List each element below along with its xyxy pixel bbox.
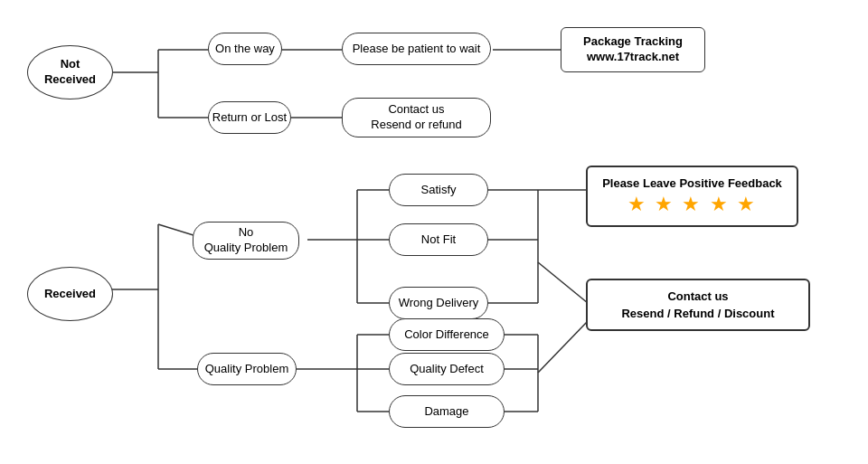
positive-feedback-label: Please Leave Positive Feedback — [602, 176, 782, 190]
quality-defect-node: Quality Defect — [389, 353, 505, 385]
contact-resend-refund-node: Contact us Resend or refund — [342, 98, 491, 137]
not-fit-node: Not Fit — [389, 223, 488, 256]
contact-refund-discount-label: Contact us Resend / Refund / Discount — [621, 288, 774, 323]
return-lost-label: Return or Lost — [212, 110, 287, 126]
not-received-label: Not Received — [44, 57, 96, 88]
color-difference-node: Color Difference — [389, 318, 505, 351]
on-the-way-node: On the way — [208, 33, 282, 65]
wrong-delivery-node: Wrong Delivery — [389, 287, 488, 319]
satisfy-label: Satisfy — [420, 183, 456, 198]
received-node: Received — [27, 267, 113, 321]
be-patient-node: Please be patient to wait — [342, 33, 491, 65]
damage-label: Damage — [424, 404, 468, 420]
package-tracking-label: Package Tracking www.17track.net — [583, 34, 683, 65]
quality-problem-node: Quality Problem — [197, 353, 297, 385]
not-received-node: Not Received — [27, 45, 113, 99]
contact-resend-refund-label: Contact us Resend or refund — [371, 102, 461, 133]
damage-node: Damage — [389, 395, 505, 428]
quality-problem-label: Quality Problem — [205, 362, 288, 377]
be-patient-label: Please be patient to wait — [353, 42, 481, 57]
star-rating: ★ ★ ★ ★ ★ — [627, 193, 756, 216]
positive-feedback-box: Please Leave Positive Feedback ★ ★ ★ ★ ★ — [586, 166, 798, 227]
svg-line-21 — [538, 262, 588, 303]
no-quality-problem-label: No Quality Problem — [204, 225, 288, 256]
color-difference-label: Color Difference — [404, 327, 489, 343]
not-fit-label: Not Fit — [421, 232, 456, 248]
flowchart-diagram: Not Received On the way Return or Lost P… — [0, 0, 868, 464]
satisfy-node: Satisfy — [389, 174, 488, 206]
contact-refund-discount-box: Contact us Resend / Refund / Discount — [586, 279, 810, 331]
svg-line-31 — [538, 321, 588, 373]
wrong-delivery-label: Wrong Delivery — [399, 296, 479, 311]
on-the-way-label: On the way — [215, 42, 275, 57]
received-label: Received — [44, 287, 96, 302]
no-quality-problem-node: No Quality Problem — [193, 222, 299, 260]
quality-defect-label: Quality Defect — [410, 362, 484, 377]
package-tracking-node: Package Tracking www.17track.net — [561, 27, 705, 72]
return-lost-node: Return or Lost — [208, 101, 291, 134]
